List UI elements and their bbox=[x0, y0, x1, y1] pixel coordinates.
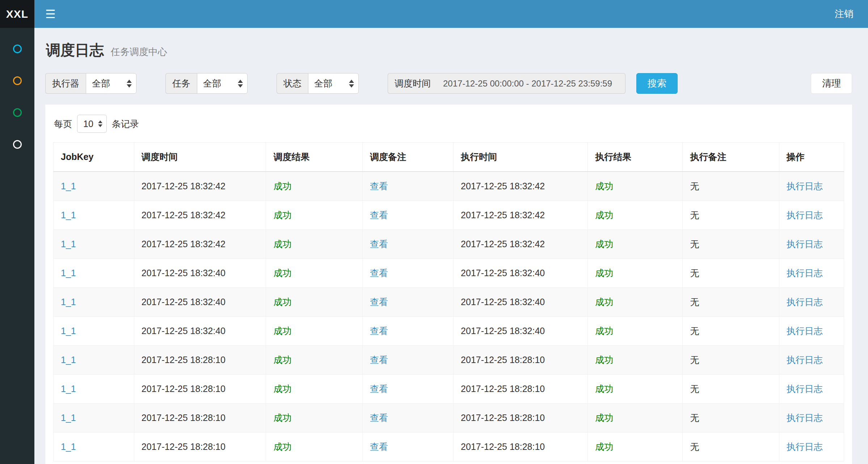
sidebar-item-3[interactable] bbox=[0, 97, 34, 128]
handle-result-text: 成功 bbox=[595, 210, 613, 220]
sidebar bbox=[0, 28, 34, 464]
col-handle-msg: 执行备注 bbox=[683, 143, 779, 172]
trigger-msg-link[interactable]: 查看 bbox=[370, 413, 388, 423]
trigger-msg-link[interactable]: 查看 bbox=[370, 268, 388, 278]
jobkey-link[interactable]: 1_1 bbox=[61, 326, 76, 336]
jobkey-link[interactable]: 1_1 bbox=[61, 442, 76, 452]
time-range-input[interactable] bbox=[437, 73, 625, 94]
exec-log-link[interactable]: 执行日志 bbox=[787, 181, 823, 191]
trigger-msg-link[interactable]: 查看 bbox=[370, 239, 388, 249]
app-logo[interactable]: XXL bbox=[0, 0, 34, 28]
handle-msg-cell: 无 bbox=[683, 375, 779, 404]
trigger-time-cell: 2017-12-25 18:32:40 bbox=[134, 288, 266, 317]
handle-time-cell: 2017-12-25 18:32:40 bbox=[454, 317, 588, 346]
table-row: 1_1 2017-12-25 18:32:42 成功 查看 2017-12-25… bbox=[54, 201, 844, 230]
handle-result-text: 成功 bbox=[595, 384, 613, 394]
top-navbar: XXL ☰ 注销 bbox=[0, 0, 868, 28]
handle-time-cell: 2017-12-25 18:32:42 bbox=[454, 172, 588, 201]
logout-link[interactable]: 注销 bbox=[835, 0, 868, 28]
handle-result-text: 成功 bbox=[595, 181, 613, 191]
executor-filter-label: 执行器 bbox=[45, 73, 86, 94]
handle-msg-cell: 无 bbox=[683, 346, 779, 375]
sidebar-item-2[interactable] bbox=[0, 65, 34, 97]
exec-log-link[interactable]: 执行日志 bbox=[787, 384, 823, 394]
handle-msg-cell: 无 bbox=[683, 404, 779, 433]
handle-msg-cell: 无 bbox=[683, 433, 779, 461]
exec-log-link[interactable]: 执行日志 bbox=[787, 413, 823, 423]
trigger-time-cell: 2017-12-25 18:28:10 bbox=[134, 404, 266, 433]
circle-icon bbox=[13, 140, 22, 149]
circle-icon bbox=[13, 45, 22, 53]
status-select[interactable]: 全部 bbox=[308, 73, 359, 94]
handle-time-cell: 2017-12-25 18:28:10 bbox=[454, 433, 588, 461]
sidebar-item-1[interactable] bbox=[0, 33, 34, 65]
hamburger-icon: ☰ bbox=[45, 7, 56, 21]
handle-result-text: 成功 bbox=[595, 239, 613, 249]
col-action: 操作 bbox=[779, 143, 844, 172]
exec-log-link[interactable]: 执行日志 bbox=[787, 210, 823, 220]
trigger-result-text: 成功 bbox=[273, 210, 291, 220]
jobkey-link[interactable]: 1_1 bbox=[61, 210, 76, 220]
jobkey-link[interactable]: 1_1 bbox=[61, 239, 76, 249]
trigger-msg-link[interactable]: 查看 bbox=[370, 210, 388, 220]
job-select-value: 全部 bbox=[203, 77, 221, 89]
trigger-msg-link[interactable]: 查看 bbox=[370, 181, 388, 191]
trigger-msg-link[interactable]: 查看 bbox=[370, 384, 388, 394]
trigger-msg-link[interactable]: 查看 bbox=[370, 355, 388, 365]
sidebar-item-4[interactable] bbox=[0, 128, 34, 160]
page-header: 调度日志 任务调度中心 bbox=[46, 40, 852, 60]
trigger-msg-link[interactable]: 查看 bbox=[370, 442, 388, 452]
jobkey-link[interactable]: 1_1 bbox=[61, 413, 76, 423]
exec-log-link[interactable]: 执行日志 bbox=[787, 442, 823, 452]
executor-select[interactable]: 全部 bbox=[86, 73, 136, 94]
trigger-result-text: 成功 bbox=[273, 384, 291, 394]
trigger-time-cell: 2017-12-25 18:28:10 bbox=[134, 346, 266, 375]
exec-log-link[interactable]: 执行日志 bbox=[787, 268, 823, 278]
executor-filter-group: 执行器 全部 bbox=[45, 73, 136, 94]
col-handle-time: 执行时间 bbox=[454, 143, 588, 172]
page-size-select[interactable]: 10 bbox=[77, 115, 107, 133]
status-filter-group: 状态 全部 bbox=[277, 73, 359, 94]
sidebar-toggle-button[interactable]: ☰ bbox=[34, 0, 67, 28]
executor-select-value: 全部 bbox=[92, 77, 110, 89]
trigger-time-cell: 2017-12-25 18:32:42 bbox=[134, 172, 266, 201]
select-arrows-icon bbox=[98, 121, 102, 127]
handle-result-text: 成功 bbox=[595, 442, 613, 452]
trigger-time-cell: 2017-12-25 18:32:40 bbox=[134, 317, 266, 346]
exec-log-link[interactable]: 执行日志 bbox=[787, 326, 823, 336]
trigger-result-text: 成功 bbox=[273, 239, 291, 249]
exec-log-link[interactable]: 执行日志 bbox=[787, 355, 823, 365]
exec-log-link[interactable]: 执行日志 bbox=[787, 239, 823, 249]
trigger-msg-link[interactable]: 查看 bbox=[370, 326, 388, 336]
table-row: 1_1 2017-12-25 18:28:10 成功 查看 2017-12-25… bbox=[54, 375, 844, 404]
handle-time-cell: 2017-12-25 18:32:40 bbox=[454, 259, 588, 288]
page-subtitle: 任务调度中心 bbox=[111, 46, 167, 57]
page-size-control: 每页 10 条记录 bbox=[54, 115, 844, 133]
job-filter-group: 任务 全部 bbox=[165, 73, 248, 94]
search-button[interactable]: 搜索 bbox=[636, 73, 678, 94]
circle-icon bbox=[13, 76, 22, 85]
trigger-msg-link[interactable]: 查看 bbox=[370, 297, 388, 307]
handle-time-cell: 2017-12-25 18:28:10 bbox=[454, 404, 588, 433]
log-table: JobKey 调度时间 调度结果 调度备注 执行时间 执行结果 执行备注 操作 … bbox=[53, 142, 844, 461]
page-title: 调度日志 bbox=[46, 42, 104, 58]
jobkey-link[interactable]: 1_1 bbox=[61, 181, 76, 191]
job-select[interactable]: 全部 bbox=[197, 73, 248, 94]
jobkey-link[interactable]: 1_1 bbox=[61, 355, 76, 365]
handle-msg-cell: 无 bbox=[683, 172, 779, 201]
handle-msg-cell: 无 bbox=[683, 230, 779, 259]
jobkey-link[interactable]: 1_1 bbox=[61, 384, 76, 394]
table-row: 1_1 2017-12-25 18:28:10 成功 查看 2017-12-25… bbox=[54, 404, 844, 433]
col-trigger-msg: 调度备注 bbox=[362, 143, 453, 172]
exec-log-link[interactable]: 执行日志 bbox=[787, 297, 823, 307]
table-row: 1_1 2017-12-25 18:28:10 成功 查看 2017-12-25… bbox=[54, 433, 844, 461]
circle-icon bbox=[13, 108, 22, 117]
trigger-result-text: 成功 bbox=[273, 355, 291, 365]
status-filter-label: 状态 bbox=[277, 73, 308, 94]
clear-button[interactable]: 清理 bbox=[811, 73, 852, 94]
jobkey-link[interactable]: 1_1 bbox=[61, 268, 76, 278]
trigger-result-text: 成功 bbox=[273, 442, 291, 452]
jobkey-link[interactable]: 1_1 bbox=[61, 297, 76, 307]
trigger-time-cell: 2017-12-25 18:32:42 bbox=[134, 201, 266, 230]
handle-time-cell: 2017-12-25 18:28:10 bbox=[454, 375, 588, 404]
